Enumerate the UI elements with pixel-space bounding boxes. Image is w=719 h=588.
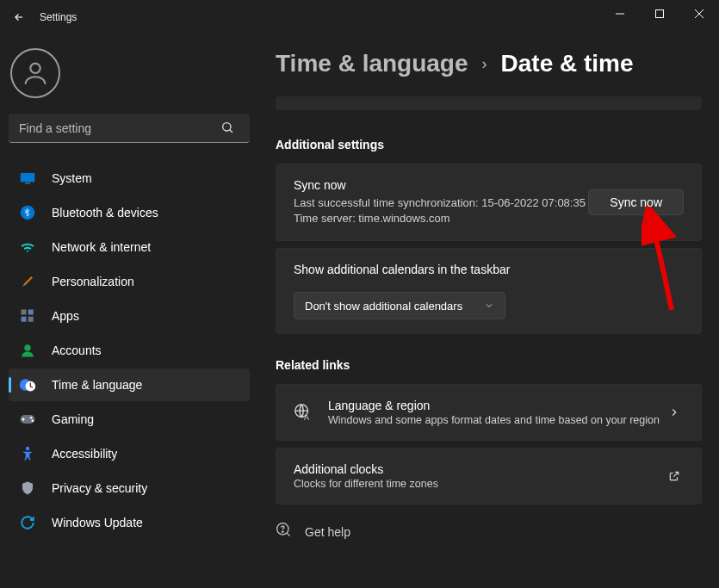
maximize-button[interactable]	[640, 0, 679, 28]
svg-rect-1	[656, 10, 664, 18]
svg-rect-13	[28, 317, 34, 322]
get-help-link[interactable]: Get help	[276, 522, 702, 542]
breadcrumb: Time & language › Date & time	[276, 50, 702, 77]
accessibility-icon	[19, 445, 36, 462]
apps-icon	[19, 307, 36, 325]
sidebar-item-apps[interactable]: Apps	[9, 300, 250, 332]
help-label: Get help	[305, 525, 350, 539]
sidebar-item-privacy[interactable]: Privacy & security	[9, 472, 250, 504]
close-button[interactable]	[679, 0, 719, 28]
sync-last: Last successful time synchronization: 15…	[294, 195, 588, 211]
update-icon	[19, 514, 36, 531]
sidebar-item-windows-update[interactable]: Windows Update	[9, 506, 250, 539]
scrolled-card-bottom	[276, 96, 702, 110]
sidebar-item-accounts[interactable]: Accounts	[9, 334, 250, 367]
nav-label: Gaming	[52, 412, 94, 426]
svg-point-14	[24, 344, 31, 351]
nav-label: Time & language	[52, 378, 142, 392]
link-sub: Clocks for different time zones	[294, 478, 438, 490]
nav-label: Privacy & security	[52, 481, 147, 495]
breadcrumb-parent[interactable]: Time & language	[276, 50, 468, 77]
svg-text:A: A	[304, 414, 310, 423]
gamepad-icon	[19, 411, 36, 428]
sync-now-card: Sync now Last successful time synchroniz…	[276, 164, 702, 241]
sidebar-item-time-language[interactable]: Time & language	[9, 368, 250, 401]
sync-now-button[interactable]: Sync now	[588, 189, 684, 215]
sidebar-item-system[interactable]: System	[9, 162, 250, 195]
svg-rect-11	[28, 310, 34, 315]
sync-title: Sync now	[294, 178, 588, 192]
link-title: Language & region	[328, 399, 660, 412]
open-external-icon	[665, 470, 684, 482]
svg-rect-8	[25, 183, 30, 184]
nav-label: Windows Update	[52, 516, 143, 529]
section-related-heading: Related links	[276, 358, 702, 372]
system-icon	[19, 170, 36, 187]
clock-globe-icon	[19, 376, 36, 393]
svg-rect-7	[21, 173, 35, 183]
search-input[interactable]	[9, 114, 250, 143]
sidebar-item-gaming[interactable]: Gaming	[9, 403, 250, 436]
additional-calendars-card: Show additional calendars in the taskbar…	[276, 248, 702, 334]
nav-label: System	[52, 171, 92, 185]
svg-point-24	[282, 531, 283, 532]
search-box[interactable]	[9, 114, 250, 143]
svg-point-18	[30, 417, 33, 419]
sidebar-item-bluetooth[interactable]: Bluetooth & devices	[9, 196, 250, 229]
svg-point-4	[30, 64, 40, 73]
svg-point-5	[223, 123, 231, 131]
sidebar-item-personalization[interactable]: Personalization	[9, 265, 250, 298]
sidebar: System Bluetooth & devices Network & int…	[0, 34, 258, 588]
sidebar-item-accessibility[interactable]: Accessibility	[9, 437, 250, 470]
breadcrumb-current: Date & time	[501, 50, 634, 77]
nav-label: Accessibility	[52, 447, 117, 461]
language-region-link[interactable]: A Language & region Windows and some app…	[276, 384, 702, 441]
globe-text-icon: A	[294, 403, 313, 422]
nav-label: Personalization	[52, 275, 134, 288]
calendars-dropdown[interactable]: Don't show additional calendars	[294, 292, 505, 319]
window-title: Settings	[40, 11, 77, 23]
svg-point-19	[32, 419, 34, 422]
dropdown-value: Don't show additional calendars	[305, 300, 462, 313]
search-icon	[220, 121, 234, 138]
window-controls	[600, 0, 719, 28]
content-area: Time & language › Date & time Additional…	[258, 34, 719, 588]
bluetooth-icon	[19, 204, 36, 221]
nav-label: Network & internet	[52, 240, 151, 254]
chevron-down-icon	[484, 300, 494, 311]
section-additional-heading: Additional settings	[276, 138, 702, 152]
link-sub: Windows and some apps format dates and t…	[328, 414, 660, 426]
svg-rect-10	[22, 310, 27, 315]
person-icon	[19, 342, 36, 359]
sync-server: Time server: time.windows.com	[294, 211, 588, 226]
nav-label: Bluetooth & devices	[52, 206, 158, 220]
wifi-icon	[19, 238, 36, 256]
link-title: Additional clocks	[294, 462, 438, 476]
svg-rect-12	[22, 317, 27, 322]
minimize-button[interactable]	[600, 0, 640, 28]
chevron-right-icon: ›	[482, 55, 487, 73]
calendars-title: Show additional calendars in the taskbar	[294, 263, 684, 276]
shield-icon	[19, 480, 36, 497]
nav-label: Accounts	[52, 344, 102, 357]
svg-point-20	[26, 447, 30, 451]
sidebar-item-network[interactable]: Network & internet	[9, 231, 250, 263]
nav-label: Apps	[52, 309, 79, 323]
user-avatar[interactable]	[10, 48, 60, 98]
help-icon	[276, 522, 293, 542]
svg-line-6	[230, 130, 232, 133]
chevron-right-icon	[665, 406, 684, 418]
back-button[interactable]	[7, 5, 31, 29]
additional-clocks-link[interactable]: Additional clocks Clocks for different t…	[276, 448, 702, 504]
paintbrush-icon	[19, 273, 36, 290]
